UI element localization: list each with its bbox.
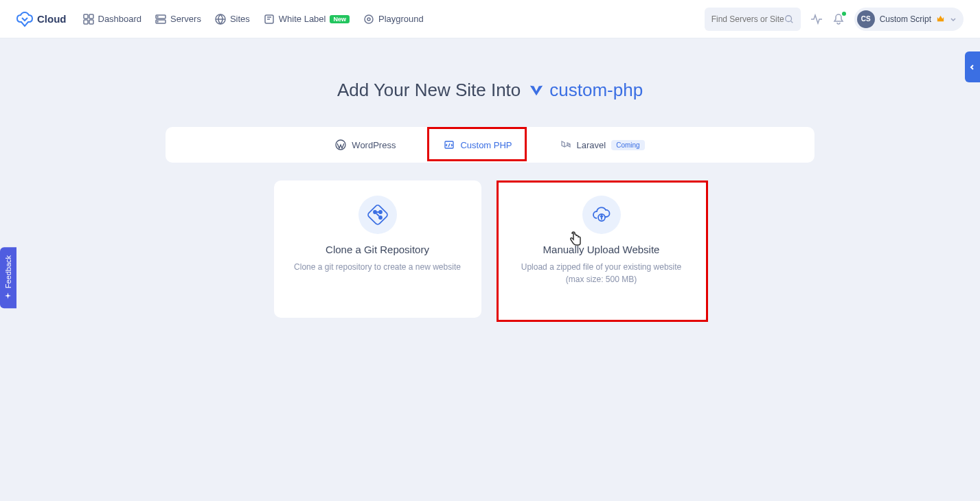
site-type-tabs: WordPress Custom PHP Laravel Coming xyxy=(166,127,814,163)
svg-rect-2 xyxy=(84,20,88,24)
laravel-icon xyxy=(560,139,571,150)
sparkle-icon xyxy=(5,292,12,300)
whitelabel-icon xyxy=(264,14,275,25)
sites-icon xyxy=(215,14,226,25)
nav-sites-label: Sites xyxy=(230,14,250,24)
side-panel-toggle[interactable] xyxy=(965,51,980,82)
tab-wordpress[interactable]: WordPress xyxy=(335,139,396,150)
main-content: Add Your New Site Into custom-php WordPr… xyxy=(0,38,980,321)
tab-wordpress-label: WordPress xyxy=(352,140,396,150)
page-title-prefix: Add Your New Site Into xyxy=(337,80,521,101)
git-option-desc: Clone a git repository to create a new w… xyxy=(294,261,461,273)
svg-point-18 xyxy=(379,211,382,213)
git-icon-circle xyxy=(358,196,397,234)
search-input[interactable] xyxy=(711,14,784,24)
notification-dot xyxy=(842,12,846,16)
php-icon xyxy=(444,139,455,150)
chevron-down-icon xyxy=(950,16,957,23)
server-name: custom-php xyxy=(549,80,643,101)
tab-laravel-label: Laravel xyxy=(577,140,606,150)
svg-point-7 xyxy=(157,21,158,22)
git-icon xyxy=(367,205,388,225)
cloud-upload-icon xyxy=(591,205,612,225)
nav-whitelabel[interactable]: White Label New xyxy=(264,14,350,25)
nav-servers-label: Servers xyxy=(170,14,201,24)
servers-icon xyxy=(155,14,166,25)
server-name-badge[interactable]: custom-php xyxy=(529,80,643,101)
primary-nav: Dashboard Servers Sites White Label New … xyxy=(83,14,705,25)
notifications-button[interactable] xyxy=(832,13,845,25)
topbar-right: CS Custom Script xyxy=(705,8,964,31)
brand-logo[interactable]: Cloud xyxy=(16,11,67,27)
upload-option-desc: Upload a zipped file of your existing we… xyxy=(513,261,690,286)
svg-point-12 xyxy=(785,15,791,21)
playground-icon xyxy=(363,14,374,25)
nav-dashboard-label: Dashboard xyxy=(98,14,142,24)
coming-badge: Coming xyxy=(611,140,644,150)
new-badge: New xyxy=(330,15,350,23)
dashboard-icon xyxy=(83,14,94,25)
activity-button[interactable] xyxy=(810,13,823,25)
upload-icon-circle xyxy=(582,196,621,234)
svg-point-16 xyxy=(374,211,376,213)
nav-servers[interactable]: Servers xyxy=(155,14,201,25)
svg-point-11 xyxy=(367,18,370,21)
svg-rect-1 xyxy=(89,14,93,19)
feedback-label: Feedback xyxy=(4,255,12,288)
chevron-left-icon xyxy=(969,64,976,71)
creation-options: Clone a Git Repository Clone a git repos… xyxy=(274,180,707,321)
nav-playground-label: Playground xyxy=(378,14,424,24)
page-title: Add Your New Site Into custom-php xyxy=(337,80,643,101)
option-manual-upload[interactable]: Manually Upload Website Upload a zipped … xyxy=(497,180,707,321)
wordpress-icon xyxy=(335,139,346,150)
tab-laravel[interactable]: Laravel Coming xyxy=(560,139,645,150)
svg-point-6 xyxy=(157,16,158,17)
brand-name: Cloud xyxy=(37,13,67,25)
nav-whitelabel-label: White Label xyxy=(279,14,326,24)
top-navigation: Cloud Dashboard Servers Sites White Labe… xyxy=(0,0,980,38)
user-menu[interactable]: CS Custom Script xyxy=(854,8,964,31)
git-option-title: Clone a Git Repository xyxy=(326,244,429,255)
nav-dashboard[interactable]: Dashboard xyxy=(83,14,142,25)
svg-point-10 xyxy=(365,15,373,23)
option-clone-git[interactable]: Clone a Git Repository Clone a git repos… xyxy=(274,180,481,318)
tab-customphp-label: Custom PHP xyxy=(460,140,512,150)
nav-playground[interactable]: Playground xyxy=(363,14,424,25)
search-icon xyxy=(784,14,794,24)
crown-icon xyxy=(936,14,945,23)
svg-rect-3 xyxy=(89,20,93,24)
cloud-logo-icon xyxy=(16,11,33,27)
svg-rect-0 xyxy=(84,14,88,19)
feedback-button[interactable]: Feedback xyxy=(0,247,16,308)
vultr-icon xyxy=(529,83,544,98)
avatar: CS xyxy=(857,10,875,28)
user-name: Custom Script xyxy=(880,14,931,24)
svg-point-17 xyxy=(379,216,382,219)
search-box[interactable] xyxy=(705,8,801,31)
tab-customphp[interactable]: Custom PHP xyxy=(444,139,512,150)
nav-sites[interactable]: Sites xyxy=(215,14,250,25)
upload-option-title: Manually Upload Website xyxy=(543,244,660,255)
